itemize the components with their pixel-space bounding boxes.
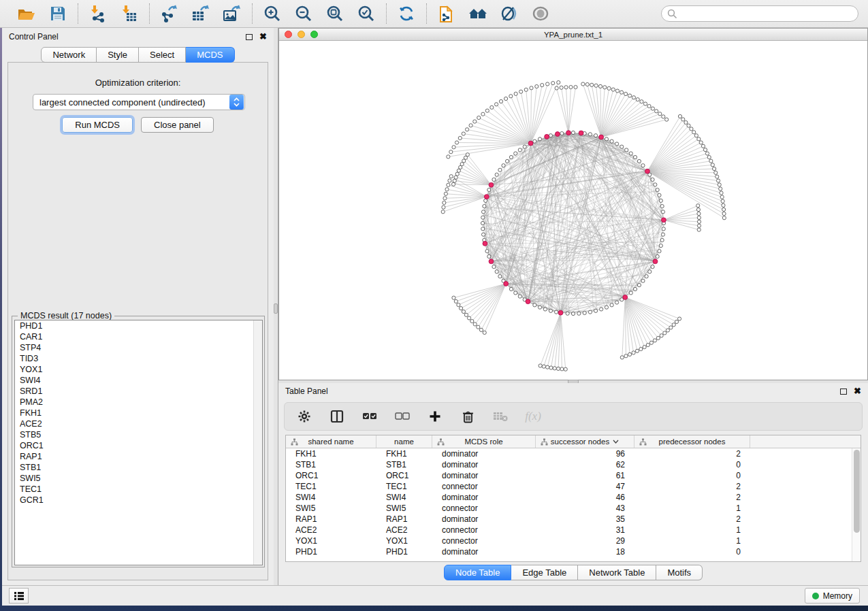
table-row[interactable]: SWI4SWI4dominator462 bbox=[286, 492, 852, 503]
mcds-result-item[interactable]: SRD1 bbox=[15, 386, 262, 397]
leaf-node[interactable] bbox=[470, 319, 474, 323]
ring-node[interactable] bbox=[583, 311, 586, 314]
tab-mcds[interactable]: MCDS bbox=[186, 47, 234, 63]
leaf-node[interactable] bbox=[640, 100, 643, 103]
zoom-out-button[interactable] bbox=[293, 4, 314, 23]
ring-node[interactable] bbox=[633, 287, 637, 291]
ring-node[interactable] bbox=[637, 159, 641, 163]
leaf-node[interactable] bbox=[477, 116, 481, 119]
leaf-node[interactable] bbox=[705, 152, 709, 155]
mcds-hub-node[interactable] bbox=[558, 310, 563, 315]
leaf-node[interactable] bbox=[697, 220, 701, 223]
import-network-button[interactable] bbox=[88, 4, 108, 23]
leaf-node[interactable] bbox=[611, 88, 615, 91]
ring-node[interactable] bbox=[509, 287, 513, 291]
leaf-node[interactable] bbox=[574, 85, 577, 88]
mcds-result-item[interactable]: TID3 bbox=[15, 353, 262, 364]
ring-node[interactable] bbox=[645, 275, 648, 278]
leaf-node[interactable] bbox=[464, 313, 468, 316]
float-panel-icon[interactable] bbox=[246, 34, 253, 40]
leaf-node[interactable] bbox=[677, 317, 681, 320]
leaf-node[interactable] bbox=[448, 179, 451, 182]
leaf-node[interactable] bbox=[643, 345, 646, 348]
leaf-node[interactable] bbox=[656, 336, 660, 340]
leaf-node[interactable] bbox=[697, 212, 701, 215]
leaf-node[interactable] bbox=[465, 128, 468, 131]
leaf-node[interactable] bbox=[442, 205, 445, 209]
leaf-node[interactable] bbox=[457, 169, 460, 172]
search-input[interactable] bbox=[677, 7, 858, 20]
leaf-node[interactable] bbox=[675, 320, 678, 323]
ring-node[interactable] bbox=[594, 309, 597, 312]
column-header-MCDS-role[interactable]: MCDS role bbox=[432, 435, 536, 448]
ring-node[interactable] bbox=[492, 265, 496, 268]
leaf-node[interactable] bbox=[701, 144, 705, 148]
column-header-successor-nodes[interactable]: successor nodes bbox=[536, 435, 634, 448]
leaf-node[interactable] bbox=[696, 208, 700, 212]
ring-node[interactable] bbox=[659, 199, 662, 202]
leaf-node[interactable] bbox=[469, 124, 472, 127]
leaf-node[interactable] bbox=[699, 141, 703, 144]
ring-node[interactable] bbox=[518, 148, 521, 152]
leaf-node[interactable] bbox=[635, 349, 639, 352]
mcds-result-item[interactable]: STP4 bbox=[15, 342, 262, 353]
ring-node[interactable] bbox=[502, 164, 505, 167]
leaf-node[interactable] bbox=[553, 367, 556, 370]
zoom-fit-button[interactable] bbox=[325, 4, 345, 23]
ring-node[interactable] bbox=[656, 188, 659, 191]
leaf-node[interactable] bbox=[714, 171, 718, 174]
leaf-node[interactable] bbox=[458, 136, 462, 139]
ring-node[interactable] bbox=[492, 178, 496, 181]
leaf-node[interactable] bbox=[628, 352, 631, 356]
leaf-node[interactable] bbox=[653, 339, 656, 342]
leaf-node[interactable] bbox=[447, 155, 450, 159]
mcds-hub-node[interactable] bbox=[489, 259, 494, 264]
table-row[interactable]: ORC1ORC1dominator610 bbox=[286, 470, 852, 481]
mcds-result-item[interactable]: YOX1 bbox=[15, 364, 262, 375]
leaf-node[interactable] bbox=[672, 323, 675, 327]
table-row[interactable]: FKH1FKH1dominator962 bbox=[286, 448, 852, 459]
tab-network-table[interactable]: Network Table bbox=[578, 565, 656, 580]
leaf-node[interactable] bbox=[624, 354, 628, 358]
mcds-hub-node[interactable] bbox=[484, 195, 489, 199]
ring-node[interactable] bbox=[487, 188, 491, 191]
leaf-node[interactable] bbox=[557, 81, 560, 84]
select-all-columns-button[interactable] bbox=[361, 408, 379, 425]
ring-node[interactable] bbox=[495, 173, 498, 176]
ring-node[interactable] bbox=[549, 134, 552, 137]
leaf-node[interactable] bbox=[697, 228, 701, 231]
ring-node[interactable] bbox=[654, 183, 657, 186]
ring-node[interactable] bbox=[498, 275, 502, 278]
mcds-result-item[interactable]: ORC1 bbox=[15, 440, 262, 451]
ring-node[interactable] bbox=[481, 227, 485, 231]
leaf-node[interactable] bbox=[697, 224, 701, 227]
leaf-node[interactable] bbox=[655, 110, 658, 113]
leaf-node[interactable] bbox=[681, 118, 685, 121]
leaf-node[interactable] bbox=[539, 364, 542, 367]
leaf-node[interactable] bbox=[590, 83, 594, 86]
ring-node[interactable] bbox=[487, 254, 491, 258]
leaf-node[interactable] bbox=[666, 329, 669, 332]
leaf-node[interactable] bbox=[443, 201, 446, 204]
leaf-node[interactable] bbox=[445, 188, 449, 191]
leaf-node[interactable] bbox=[479, 328, 483, 331]
mcds-hub-node[interactable] bbox=[653, 259, 658, 264]
ring-node[interactable] bbox=[605, 137, 608, 141]
ring-node[interactable] bbox=[481, 221, 484, 225]
leaf-node[interactable] bbox=[556, 367, 560, 370]
column-header-predecessor-nodes[interactable]: predecessor nodes bbox=[634, 435, 750, 448]
ring-node[interactable] bbox=[605, 306, 608, 309]
export-image-button[interactable] bbox=[222, 4, 242, 23]
ring-node[interactable] bbox=[615, 301, 618, 304]
leaf-node[interactable] bbox=[459, 306, 462, 310]
leaf-node[interactable] bbox=[711, 163, 714, 167]
leaf-node[interactable] bbox=[646, 343, 649, 346]
leaf-node[interactable] bbox=[551, 82, 555, 85]
leaf-node[interactable] bbox=[647, 104, 651, 108]
leaf-node[interactable] bbox=[519, 90, 523, 93]
ring-node[interactable] bbox=[629, 152, 632, 155]
leaf-node[interactable] bbox=[651, 107, 654, 110]
tab-edge-table[interactable]: Edge Table bbox=[511, 565, 578, 580]
table-settings-button[interactable] bbox=[295, 408, 313, 425]
table-row[interactable]: ACE2ACE2connector311 bbox=[286, 525, 852, 535]
